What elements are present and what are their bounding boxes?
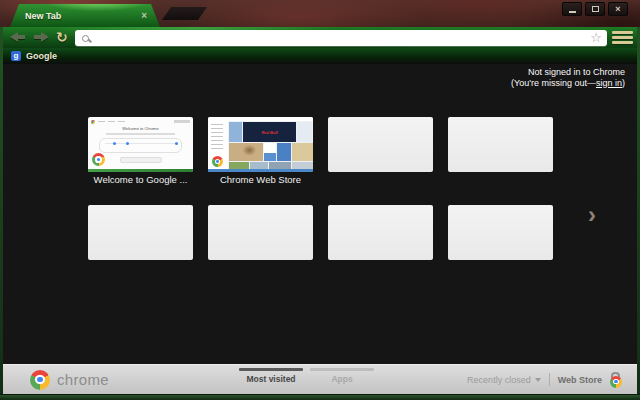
chrome-brand-label: chrome (57, 371, 109, 388)
thumb-webstore-banner: Red Bull (243, 122, 296, 142)
signin-line1: Not signed in to Chrome (511, 67, 625, 78)
tab-most-visited[interactable]: Most visited (239, 368, 303, 384)
next-page-button[interactable]: › (588, 203, 596, 227)
tile-label-welcome: Welcome to Google ... (83, 174, 198, 185)
forward-arrow-icon (41, 32, 49, 42)
bookmarks-bar: g Google (0, 48, 640, 64)
new-tab-button[interactable] (162, 7, 207, 20)
tab-close-icon[interactable]: × (141, 11, 147, 21)
window-border (0, 394, 640, 400)
window-frame: New Tab × × (0, 0, 640, 27)
chrome-logo-icon (30, 370, 50, 390)
recently-closed-button[interactable]: Recently closed (467, 375, 541, 385)
new-tab-page: Not signed in to Chrome (You're missing … (3, 64, 637, 364)
search-icon (82, 35, 89, 42)
close-icon: × (615, 5, 620, 14)
window-border (0, 27, 3, 394)
window-controls: × (562, 2, 628, 16)
thumb-welcome-slider (99, 138, 182, 153)
web-store-icon (608, 372, 624, 388)
forward-button[interactable] (34, 32, 49, 42)
minimize-icon (569, 11, 576, 13)
tab-new-tab[interactable]: New Tab × (10, 4, 160, 27)
tile-chrome-web-store[interactable]: Red Bull (208, 117, 313, 172)
divider (549, 373, 550, 386)
omnibox[interactable]: ☆ (75, 30, 607, 46)
sign-in-link[interactable]: sign in (596, 78, 622, 88)
web-store-link[interactable]: Web Store (558, 372, 624, 388)
footer-right-group: Recently closed Web Store (467, 365, 624, 394)
signin-line2: (You're missing out—sign in) (511, 78, 625, 89)
browser-window: New Tab × × ↻ ☆ g Google (0, 0, 640, 400)
tab-title: New Tab (25, 11, 61, 21)
tile-empty[interactable] (448, 205, 553, 260)
bookmark-label: Google (26, 51, 57, 61)
tile-empty[interactable] (88, 205, 193, 260)
bookmark-google[interactable]: g Google (11, 51, 57, 61)
chrome-brand: chrome (30, 365, 109, 394)
thumb-welcome-title: Welcome to Chrome (88, 126, 193, 131)
tile-empty[interactable] (208, 205, 313, 260)
chrome-logo-icon (92, 153, 105, 166)
tile-empty[interactable] (448, 117, 553, 172)
maximize-button[interactable] (585, 2, 605, 16)
back-arrow-icon (10, 32, 18, 42)
menu-button[interactable] (612, 31, 633, 44)
web-store-logo-icon (212, 156, 223, 167)
maximize-icon (592, 6, 599, 12)
tile-empty[interactable] (328, 117, 433, 172)
tile-welcome-to-google[interactable]: Welcome to Chrome (88, 117, 193, 172)
tab-apps[interactable]: Apps (310, 368, 374, 384)
footer-tabs: Most visited Apps (239, 368, 374, 384)
minimize-button[interactable] (562, 2, 582, 16)
chrome-mini-logo-icon (91, 120, 95, 124)
menu-icon (612, 31, 633, 34)
thumb-welcome-nav (91, 119, 190, 124)
chevron-down-icon (535, 378, 541, 382)
tile-empty[interactable] (328, 205, 433, 260)
footer-bar: chrome Most visited Apps Recently closed… (3, 364, 637, 394)
tile-label-webstore: Chrome Web Store (203, 174, 318, 185)
reload-button[interactable]: ↻ (56, 29, 68, 45)
navigation-toolbar: ↻ ☆ (0, 27, 640, 48)
back-button[interactable] (10, 32, 25, 42)
close-button[interactable]: × (608, 2, 628, 16)
signin-status: Not signed in to Chrome (You're missing … (511, 67, 625, 88)
google-favicon-icon: g (11, 51, 21, 61)
